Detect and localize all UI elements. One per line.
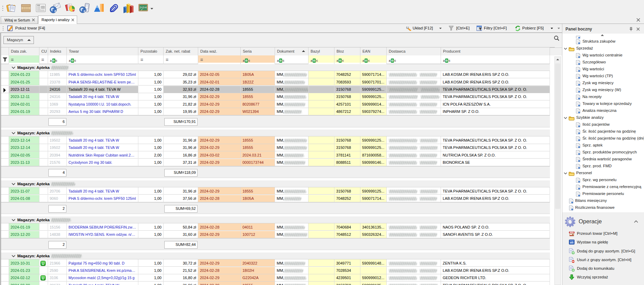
svg-text:U: U — [42, 261, 44, 265]
svg-text:U: U — [42, 276, 44, 280]
svg-text:2+2=4: 2+2=4 — [140, 6, 147, 9]
